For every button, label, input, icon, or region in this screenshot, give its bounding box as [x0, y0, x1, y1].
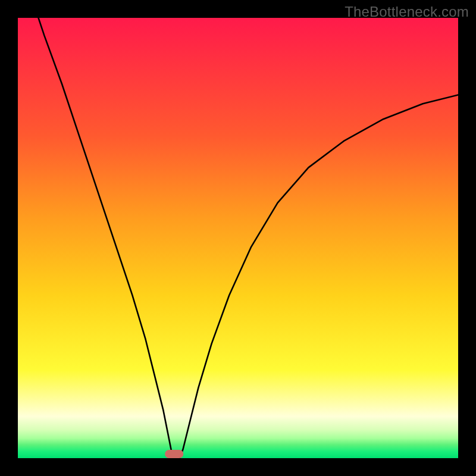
optimal-marker — [165, 450, 183, 458]
plot-background — [18, 18, 458, 458]
chart-frame: TheBottleneck.com — [0, 0, 476, 476]
bottleneck-plot — [0, 0, 476, 476]
watermark-text: TheBottleneck.com — [345, 4, 469, 20]
